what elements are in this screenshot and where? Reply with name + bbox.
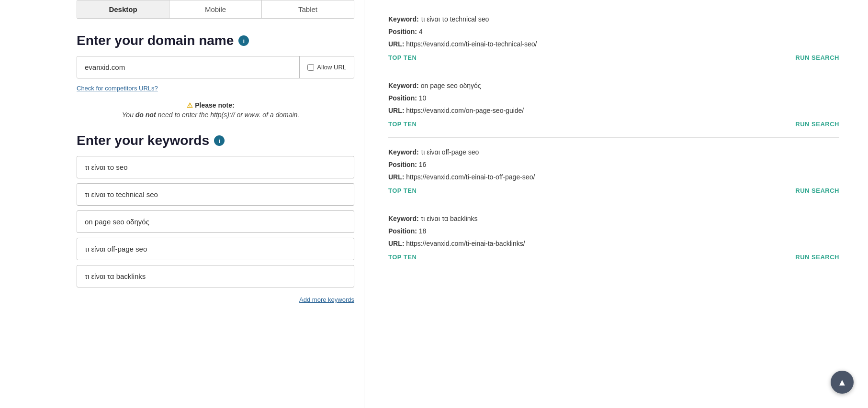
allow-url-checkbox[interactable] bbox=[307, 64, 314, 71]
result-keyword-2: Keyword: τι είναι off-page seo bbox=[388, 147, 839, 157]
result-url-2: URL: https://evanxid.com/ti-einai-to-off… bbox=[388, 172, 839, 182]
keyword-input-wrapper-2 bbox=[77, 210, 354, 233]
domain-heading-text: Enter your domain name bbox=[77, 33, 234, 48]
warning-icon: ⚠ bbox=[187, 101, 193, 109]
note-box: ⚠Please note: You do not need to enter t… bbox=[77, 101, 345, 119]
top-ten-link-2[interactable]: TOP TEN bbox=[388, 187, 417, 194]
left-panel: Desktop Mobile Tablet Enter your domain … bbox=[0, 0, 364, 408]
keyword-input-0[interactable] bbox=[77, 156, 354, 178]
keywords-heading-text: Enter your keywords bbox=[77, 133, 209, 148]
run-search-link-0[interactable]: RUN SEARCH bbox=[795, 54, 839, 61]
domain-info-icon[interactable]: i bbox=[238, 35, 249, 46]
result-block-1: Keyword: on page seo οδηγός Position: 10… bbox=[388, 71, 839, 138]
run-search-link-1[interactable]: RUN SEARCH bbox=[795, 121, 839, 128]
add-more-keywords-link[interactable]: Add more keywords bbox=[299, 296, 354, 303]
result-url-3: URL: https://evanxid.com/ti-einai-ta-bac… bbox=[388, 239, 839, 249]
result-actions-2: TOP TEN RUN SEARCH bbox=[388, 187, 839, 194]
keyword-input-wrapper-3 bbox=[77, 238, 354, 260]
result-position-1: Position: 10 bbox=[388, 93, 839, 103]
keyword-input-wrapper-1 bbox=[77, 183, 354, 206]
note-title: ⚠Please note: bbox=[77, 101, 345, 109]
result-keyword-3: Keyword: τι είναι τα backlinks bbox=[388, 214, 839, 224]
top-ten-link-0[interactable]: TOP TEN bbox=[388, 54, 417, 61]
scroll-up-button[interactable]: ▲ bbox=[831, 371, 854, 394]
device-tabs: Desktop Mobile Tablet bbox=[77, 0, 354, 19]
result-position-2: Position: 16 bbox=[388, 160, 839, 170]
domain-section-heading: Enter your domain name i bbox=[77, 33, 345, 48]
result-block-2: Keyword: τι είναι off-page seo Position:… bbox=[388, 138, 839, 204]
competitors-link[interactable]: Check for competitors URLs? bbox=[77, 85, 158, 92]
keyword-input-wrapper-0 bbox=[77, 156, 354, 178]
note-body: You do not need to enter the http(s):// … bbox=[77, 111, 345, 119]
result-position-3: Position: 18 bbox=[388, 226, 839, 236]
result-keyword-1: Keyword: on page seo οδηγός bbox=[388, 81, 839, 91]
result-actions-0: TOP TEN RUN SEARCH bbox=[388, 54, 839, 61]
tab-mobile[interactable]: Mobile bbox=[169, 0, 262, 18]
tab-tablet[interactable]: Tablet bbox=[262, 0, 354, 18]
result-url-1: URL: https://evanxid.com/on-page-seo-gui… bbox=[388, 106, 839, 116]
keywords-section-heading: Enter your keywords i bbox=[77, 133, 345, 148]
keywords-info-icon[interactable]: i bbox=[214, 135, 225, 146]
keyword-input-3[interactable] bbox=[77, 238, 354, 260]
keyword-input-wrapper-4 bbox=[77, 265, 354, 287]
keyword-input-2[interactable] bbox=[77, 210, 354, 233]
keyword-inputs bbox=[77, 156, 345, 287]
result-block-3: Keyword: τι είναι τα backlinks Position:… bbox=[388, 204, 839, 270]
keyword-input-4[interactable] bbox=[77, 265, 354, 287]
result-actions-3: TOP TEN RUN SEARCH bbox=[388, 254, 839, 261]
allow-url-label: Allow URL bbox=[317, 64, 346, 71]
right-panel: Keyword: τι είναι το technical seo Posit… bbox=[364, 0, 868, 408]
result-url-0: URL: https://evanxid.com/ti-einai-to-tec… bbox=[388, 39, 839, 49]
run-search-link-3[interactable]: RUN SEARCH bbox=[795, 254, 839, 261]
result-keyword-0: Keyword: τι είναι το technical seo bbox=[388, 14, 839, 24]
run-search-link-2[interactable]: RUN SEARCH bbox=[795, 187, 839, 194]
top-ten-link-3[interactable]: TOP TEN bbox=[388, 254, 417, 261]
result-position-0: Position: 4 bbox=[388, 27, 839, 37]
allow-url-section: Allow URL bbox=[299, 56, 354, 78]
keyword-input-1[interactable] bbox=[77, 183, 354, 206]
top-ten-link-1[interactable]: TOP TEN bbox=[388, 121, 417, 128]
tab-desktop[interactable]: Desktop bbox=[77, 0, 169, 18]
result-block-0: Keyword: τι είναι το technical seo Posit… bbox=[388, 5, 839, 71]
result-actions-1: TOP TEN RUN SEARCH bbox=[388, 121, 839, 128]
domain-input-row: Allow URL bbox=[77, 56, 354, 78]
domain-input[interactable] bbox=[77, 56, 299, 78]
